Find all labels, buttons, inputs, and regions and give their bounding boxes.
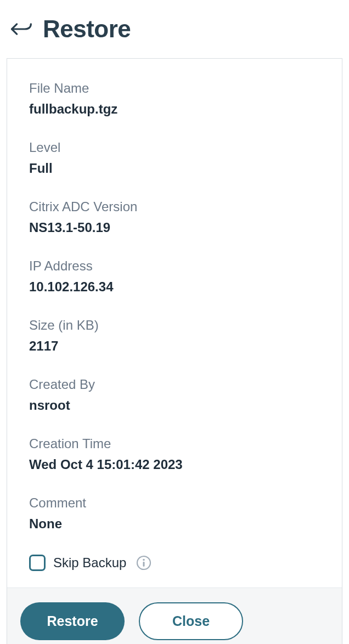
created-by-value: nsroot — [29, 398, 320, 413]
field-size: Size (in KB) 2117 — [29, 318, 320, 354]
page-header: Restore — [0, 0, 349, 58]
panel-footer: Restore Close — [7, 587, 342, 644]
size-value: 2117 — [29, 338, 320, 354]
level-value: Full — [29, 161, 320, 176]
field-ip-address: IP Address 10.102.126.34 — [29, 258, 320, 295]
svg-point-1 — [143, 559, 145, 561]
comment-value: None — [29, 516, 320, 532]
skip-backup-checkbox[interactable] — [29, 555, 46, 571]
restore-panel: File Name fullbackup.tgz Level Full Citr… — [7, 58, 342, 644]
skip-backup-label: Skip Backup — [53, 555, 126, 570]
created-by-label: Created By — [29, 377, 320, 392]
creation-time-label: Creation Time — [29, 436, 320, 451]
field-created-by: Created By nsroot — [29, 377, 320, 413]
skip-backup-row: Skip Backup — [29, 555, 320, 571]
ip-label: IP Address — [29, 258, 320, 274]
creation-time-value: Wed Oct 4 15:01:42 2023 — [29, 457, 320, 472]
version-label: Citrix ADC Version — [29, 199, 320, 214]
back-icon[interactable] — [9, 17, 33, 41]
panel-body: File Name fullbackup.tgz Level Full Citr… — [7, 59, 342, 587]
field-version: Citrix ADC Version NS13.1-50.19 — [29, 199, 320, 235]
version-value: NS13.1-50.19 — [29, 220, 320, 235]
comment-label: Comment — [29, 495, 320, 511]
ip-value: 10.102.126.34 — [29, 279, 320, 295]
close-button[interactable]: Close — [139, 602, 243, 640]
restore-button[interactable]: Restore — [20, 602, 125, 640]
field-file-name: File Name fullbackup.tgz — [29, 81, 320, 117]
field-level: Level Full — [29, 140, 320, 176]
level-label: Level — [29, 140, 320, 155]
file-name-value: fullbackup.tgz — [29, 101, 320, 117]
info-icon[interactable] — [136, 555, 151, 570]
field-comment: Comment None — [29, 495, 320, 532]
svg-rect-2 — [143, 562, 145, 567]
field-creation-time: Creation Time Wed Oct 4 15:01:42 2023 — [29, 436, 320, 472]
page-title: Restore — [43, 15, 131, 43]
file-name-label: File Name — [29, 81, 320, 96]
size-label: Size (in KB) — [29, 318, 320, 333]
